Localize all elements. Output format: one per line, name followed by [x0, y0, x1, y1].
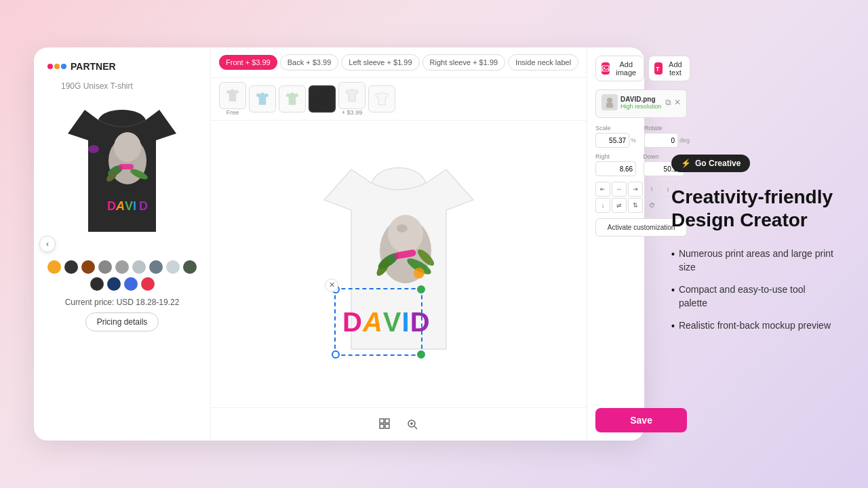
- thumb-light1[interactable]: [219, 82, 246, 109]
- svg-point-14: [397, 224, 408, 232]
- logo-dot-blue: [61, 64, 66, 69]
- price-text: Current price: USD 18.28-19.22: [65, 298, 180, 307]
- thumb-white1[interactable]: [338, 82, 366, 109]
- bullet-3: •: [671, 320, 675, 333]
- thumbnail-bar: Free: [211, 78, 587, 121]
- heading-line2: Design Creator: [671, 209, 834, 232]
- tab-neck-label[interactable]: Inside neck label: [508, 54, 578, 70]
- logo-text: PARTNER: [71, 61, 116, 72]
- svg-point-32: [607, 98, 612, 103]
- tab-bar: Front + $3.99 Back + $3.99 Left sleeve +…: [211, 47, 587, 78]
- handle-bottom-left[interactable]: [332, 350, 340, 359]
- add-image-button[interactable]: Add image: [595, 56, 644, 81]
- align-bottom-icon[interactable]: ↓: [595, 198, 610, 213]
- svg-rect-21: [380, 419, 384, 423]
- swatch-paleblue[interactable]: [166, 260, 180, 274]
- swatch-silver[interactable]: [132, 260, 146, 274]
- svg-point-11: [88, 145, 99, 153]
- svg-rect-23: [380, 424, 384, 428]
- feature-item-2: • Compact and easy-to-use tool palette: [671, 283, 834, 310]
- right-label: Right: [595, 153, 614, 160]
- svg-rect-24: [385, 424, 389, 428]
- swatch-black[interactable]: [90, 277, 104, 291]
- selection-box[interactable]: ✕: [334, 288, 422, 356]
- zoom-tool-icon[interactable]: [403, 415, 422, 434]
- logo-dot-pink: [47, 64, 53, 69]
- delete-handle[interactable]: ✕: [325, 279, 338, 292]
- align-center-h-icon[interactable]: ↔: [612, 182, 627, 197]
- design-canvas[interactable]: DAVID ✕: [211, 121, 587, 407]
- logo: PARTNER: [47, 61, 116, 72]
- svg-text:D: D: [107, 199, 116, 213]
- swatch-navyblue[interactable]: [107, 277, 121, 291]
- svg-line-26: [414, 426, 417, 429]
- add-image-icon: [601, 62, 610, 75]
- tab-left-sleeve[interactable]: Left sleeve + $1.99: [341, 54, 419, 70]
- layer-thumbnail: [601, 94, 618, 110]
- scale-input[interactable]: [595, 133, 629, 148]
- badge-label: Go Creative: [695, 159, 741, 168]
- svg-rect-5: [119, 164, 134, 169]
- handle-bottom-right[interactable]: [417, 350, 425, 359]
- color-swatches: [47, 260, 197, 291]
- svg-rect-22: [385, 419, 389, 423]
- thumb-price1: + $3.99: [342, 109, 362, 116]
- svg-text:I: I: [133, 199, 136, 213]
- handle-top-right[interactable]: [417, 285, 425, 293]
- thumb-dark-selected[interactable]: [309, 85, 336, 113]
- add-image-label: Add image: [614, 60, 638, 77]
- swatch-gray[interactable]: [98, 260, 112, 274]
- svg-point-13: [388, 215, 423, 253]
- right-input[interactable]: [595, 161, 636, 176]
- flip-h-icon[interactable]: ⇌: [612, 198, 627, 213]
- product-mockup: D A V I D: [47, 96, 197, 252]
- pricing-details-button[interactable]: Pricing details: [85, 312, 159, 331]
- bottom-toolbar: [211, 407, 587, 441]
- svg-point-1: [114, 132, 141, 162]
- align-left-icon[interactable]: ⇤: [595, 182, 610, 197]
- feature-text-1: Numerous print areas and large print siz…: [679, 247, 834, 274]
- swatch-darkgray[interactable]: [64, 260, 78, 274]
- go-creative-badge[interactable]: ⚡ Go Creative: [671, 155, 750, 172]
- lightning-icon: ⚡: [681, 159, 691, 168]
- heading-line1: Creativity-friendly: [671, 186, 834, 209]
- feature-text-3: Realistic front-back mockup preview: [679, 319, 831, 333]
- flip-v-icon[interactable]: ⇅: [628, 198, 643, 213]
- swatch-lightgray[interactable]: [115, 260, 129, 274]
- swatch-armygreen[interactable]: [183, 260, 197, 274]
- swatch-red[interactable]: [141, 277, 155, 291]
- bullet-1: •: [671, 248, 675, 262]
- swatch-royalblue[interactable]: [124, 277, 138, 291]
- svg-text:D: D: [139, 199, 148, 213]
- svg-text:A: A: [115, 199, 125, 213]
- swatch-steelblue[interactable]: [149, 260, 163, 274]
- swatch-brown[interactable]: [81, 260, 95, 274]
- tshirt-canvas: DAVID ✕: [300, 152, 497, 376]
- bullet-2: •: [671, 284, 675, 298]
- feature-text-2: Compact and easy-to-use tool palette: [679, 283, 834, 310]
- feature-item-1: • Numerous print areas and large print s…: [671, 247, 834, 274]
- swatch-orange[interactable]: [47, 260, 61, 274]
- svg-point-19: [414, 268, 425, 279]
- svg-rect-33: [606, 103, 613, 108]
- scale-unit: %: [631, 137, 640, 144]
- logo-dot-orange: [54, 64, 60, 69]
- scale-label: Scale: [595, 125, 614, 131]
- tab-back[interactable]: Back + $3.99: [280, 54, 339, 70]
- info-panel: ⚡ Go Creative Creativity-friendly Design…: [651, 0, 854, 488]
- thumb-white2[interactable]: [368, 85, 395, 113]
- thumb-light2[interactable]: [249, 85, 276, 113]
- grid-tool-icon[interactable]: [376, 415, 395, 434]
- nav-arrow-left[interactable]: ‹: [39, 236, 56, 252]
- thumb-free-label: Free: [226, 109, 239, 116]
- feature-list: • Numerous print areas and large print s…: [671, 247, 834, 333]
- info-heading: Creativity-friendly Design Creator: [671, 186, 834, 231]
- product-label: 190G Unisex T-shirt: [61, 81, 133, 91]
- align-right-icon[interactable]: ⇥: [628, 182, 643, 197]
- thumb-light3[interactable]: [279, 85, 306, 113]
- svg-text:V: V: [125, 199, 133, 213]
- tab-front[interactable]: Front + $3.99: [219, 55, 277, 70]
- tab-right-sleeve[interactable]: Right sleeve + $1.99: [422, 54, 506, 70]
- feature-item-3: • Realistic front-back mockup preview: [671, 319, 834, 333]
- tshirt-svg-dark: D A V I D: [47, 96, 197, 252]
